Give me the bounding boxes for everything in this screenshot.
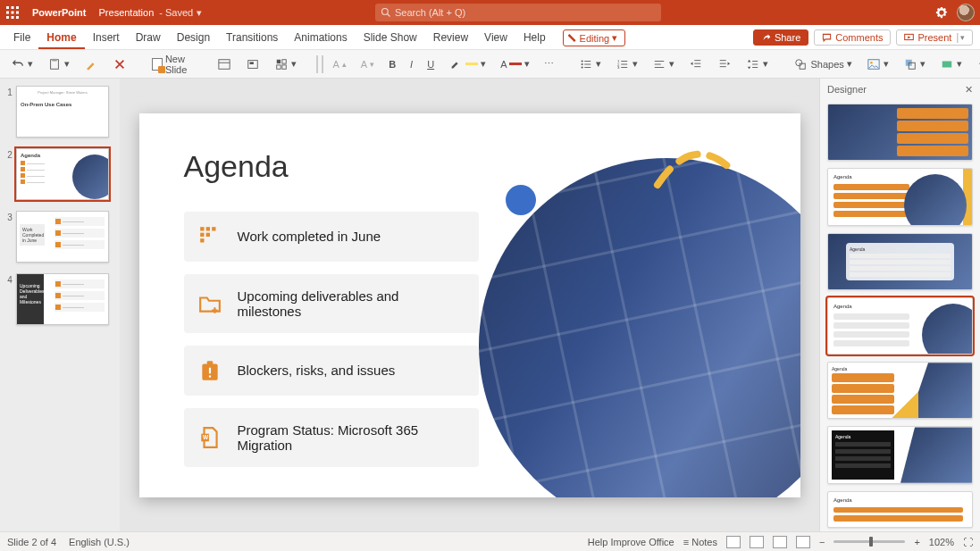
- delete-icon: [113, 57, 127, 71]
- menu-view[interactable]: View: [476, 28, 515, 49]
- decrease-font-button[interactable]: A▾: [356, 56, 380, 72]
- svg-rect-2: [16, 6, 19, 9]
- agenda-item-4[interactable]: W Program Status: Microsoft 365 Migratio…: [184, 408, 479, 467]
- present-button[interactable]: Present│▾: [896, 29, 973, 46]
- numbering-icon: 123: [616, 57, 630, 71]
- shape-fill-button[interactable]: ▾: [971, 54, 980, 74]
- indent-right-button[interactable]: [712, 54, 737, 74]
- svg-rect-3: [6, 12, 9, 14]
- numbering-button[interactable]: 123▾: [610, 54, 643, 74]
- slideshow-view-button[interactable]: [796, 536, 810, 548]
- zoom-out-button[interactable]: −: [819, 537, 825, 547]
- avatar[interactable]: [957, 4, 975, 21]
- slide-thumbnail-4[interactable]: Upcoming Deliverables and Milestones ―――…: [16, 273, 109, 325]
- font-size-select[interactable]: [322, 55, 323, 73]
- svg-rect-8: [16, 16, 19, 19]
- zoom-slider[interactable]: [833, 540, 905, 543]
- agenda-text: Program Status: Microsoft 365 Migration: [238, 422, 466, 453]
- app-launcher-icon[interactable]: [0, 0, 25, 25]
- menu-transitions[interactable]: Transitions: [218, 28, 286, 49]
- indent-left-button[interactable]: [683, 54, 708, 74]
- reset-button[interactable]: [240, 54, 265, 74]
- menu-slideshow[interactable]: Slide Show: [356, 28, 425, 49]
- agenda-text: Work completed in June: [238, 229, 381, 244]
- comments-button[interactable]: Comments: [814, 29, 891, 46]
- slide-thumbnail-2[interactable]: Agenda ――――― ――――― ――――― ―――――: [16, 148, 109, 200]
- menu-insert[interactable]: Insert: [85, 28, 128, 49]
- grid-icon: [198, 225, 222, 248]
- menu-help[interactable]: Help: [515, 28, 554, 49]
- format-painter-button[interactable]: [79, 54, 104, 74]
- slide-canvas[interactable]: Agenda Work completed in June Upcoming d…: [120, 79, 819, 531]
- align-button[interactable]: ▾: [647, 54, 680, 74]
- new-slide-button[interactable]: New Slide: [147, 51, 197, 78]
- highlight-button[interactable]: ▾: [443, 54, 491, 74]
- document-title[interactable]: Presentation: [94, 7, 160, 18]
- svg-rect-5: [16, 12, 19, 14]
- svg-point-22: [582, 60, 583, 62]
- undo-button[interactable]: ▾: [5, 54, 38, 74]
- slide-title[interactable]: Agenda: [184, 149, 289, 184]
- shapes-button[interactable]: Shapes ▾: [788, 54, 857, 74]
- svg-rect-6: [6, 16, 9, 19]
- language-status[interactable]: English (U.S.): [69, 537, 130, 547]
- svg-rect-4: [12, 12, 14, 14]
- font-color-button[interactable]: A▾: [495, 55, 535, 72]
- menu-review[interactable]: Review: [425, 28, 476, 49]
- more-font-button[interactable]: ⋯: [539, 55, 559, 72]
- alert-icon: [198, 359, 222, 382]
- delete-button[interactable]: [107, 54, 132, 74]
- close-icon[interactable]: ✕: [965, 84, 973, 96]
- picture-button[interactable]: ▾: [861, 54, 894, 74]
- menu-file[interactable]: File: [5, 28, 38, 49]
- line-spacing-button[interactable]: ▾: [741, 54, 774, 74]
- editing-mode-dropdown[interactable]: Editing ▾: [563, 29, 626, 46]
- zoom-in-button[interactable]: +: [914, 537, 919, 547]
- fit-to-window-button[interactable]: ⛶: [963, 537, 973, 547]
- italic-button[interactable]: I: [405, 56, 418, 72]
- share-button[interactable]: Share: [753, 29, 808, 46]
- reading-view-button[interactable]: [773, 536, 787, 548]
- design-suggestion-3[interactable]: Agenda: [827, 233, 973, 290]
- arrange-button[interactable]: ▾: [898, 54, 931, 74]
- section-icon: [274, 57, 289, 71]
- bullets-button[interactable]: ▾: [574, 54, 607, 74]
- indent-left-icon: [689, 57, 703, 71]
- paste-button[interactable]: ▾: [42, 54, 75, 74]
- underline-button[interactable]: U: [422, 56, 440, 72]
- layout-button[interactable]: [212, 54, 237, 74]
- agenda-item-3[interactable]: Blockers, risks, and issues: [184, 346, 479, 396]
- increase-font-button[interactable]: A▴: [327, 56, 351, 72]
- menu-draw[interactable]: Draw: [128, 28, 169, 49]
- menu-animations[interactable]: Animations: [286, 28, 355, 49]
- svg-rect-18: [277, 59, 281, 63]
- font-name-select[interactable]: [316, 55, 318, 73]
- slide-counter[interactable]: Slide 2 of 4: [7, 537, 56, 547]
- design-suggestion-1[interactable]: [827, 104, 973, 161]
- slide-thumbnail-1[interactable]: Project Manager: Steve Waters On-Prem Us…: [16, 86, 109, 138]
- slide-thumbnail-3[interactable]: Work Completed in June ―――――― ―――――― ―――…: [16, 211, 109, 263]
- bold-button[interactable]: B: [383, 56, 401, 72]
- normal-view-button[interactable]: [726, 536, 741, 548]
- design-suggestion-6[interactable]: Agenda: [827, 426, 973, 483]
- design-suggestion-7[interactable]: Agenda: [827, 491, 973, 528]
- section-button[interactable]: ▾: [269, 54, 302, 74]
- sorter-view-button[interactable]: [750, 536, 764, 548]
- notes-button[interactable]: ≡ Notes: [683, 537, 717, 547]
- quick-styles-button[interactable]: ▾: [934, 54, 967, 74]
- search-input[interactable]: Search (Alt + Q): [375, 4, 661, 21]
- gear-icon[interactable]: [935, 6, 948, 19]
- agenda-text: Upcoming deliverables and milestones: [238, 288, 466, 319]
- zoom-percent[interactable]: 102%: [929, 537, 954, 547]
- help-improve-link[interactable]: Help Improve Office: [588, 537, 674, 547]
- design-suggestion-2[interactable]: Agenda: [827, 168, 973, 225]
- slide[interactable]: Agenda Work completed in June Upcoming d…: [139, 113, 800, 497]
- menu-home[interactable]: Home: [38, 28, 84, 49]
- chevron-down-icon[interactable]: ▾: [197, 7, 202, 19]
- menu-design[interactable]: Design: [169, 28, 218, 49]
- design-suggestion-4[interactable]: Agenda: [827, 297, 973, 355]
- agenda-item-2[interactable]: Upcoming deliverables and milestones: [184, 274, 479, 333]
- title-bar: PowerPoint Presentation - Saved ▾ Search…: [0, 0, 980, 25]
- agenda-item-1[interactable]: Work completed in June: [184, 212, 479, 262]
- design-suggestion-5[interactable]: Agenda: [827, 362, 973, 419]
